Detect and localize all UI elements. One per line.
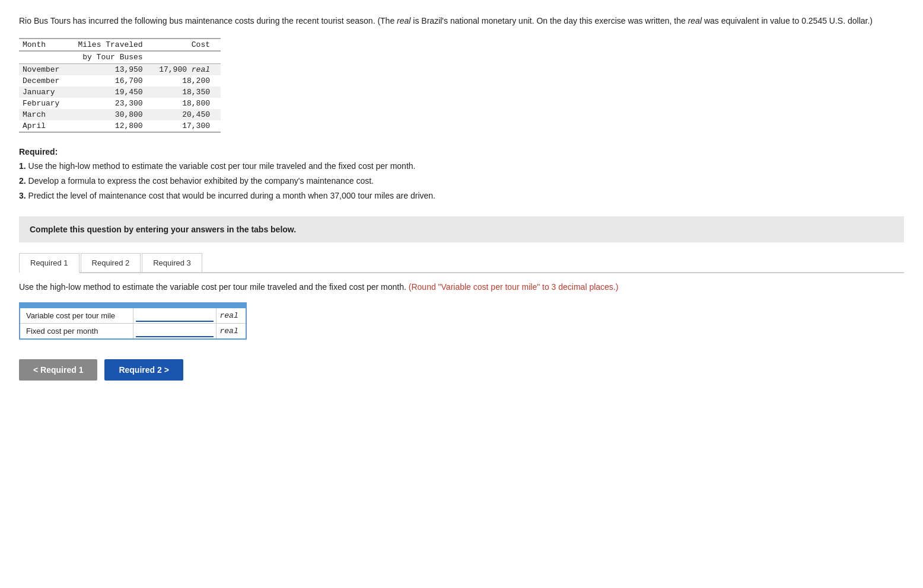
answer-unit: real [216,308,246,324]
cell-cost: 18,200 [154,75,221,87]
cell-cost: 17,300 [154,120,221,132]
cell-cost: 20,450 [154,109,221,120]
cell-miles: 13,950 [72,64,153,76]
table-row: February23,30018,800 [19,98,221,109]
complete-box: Complete this question by entering your … [19,216,904,242]
tab-req1[interactable]: Required 1 [19,253,79,273]
variable-cost-input[interactable] [136,309,214,322]
col-subheader-miles: by Tour Buses [72,51,153,64]
col-header-month: Month [19,39,72,51]
intro-real-word2: real [688,16,702,25]
data-table: Month Miles Traveled Cost by Tour Buses … [19,38,221,133]
col-subheader-month [19,51,72,64]
list-item: 1. Use the high-low method to estimate t… [19,160,904,172]
intro-real-word1: real [397,16,410,25]
tab-instruction: Use the high-low method to estimate the … [19,273,904,302]
table-row: November13,95017,900 real [19,64,221,76]
tab-req2[interactable]: Required 2 [81,253,141,272]
list-item: 3. Predict the level of maintenance cost… [19,190,904,202]
cell-month: February [19,98,72,109]
tab-instruction-highlight: (Round "Variable cost per tour mile" to … [409,282,619,292]
intro-text-before-real: Rio Bus Tours has incurred the following… [19,16,397,25]
cell-miles: 12,800 [72,120,153,132]
intro-paragraph: Rio Bus Tours has incurred the following… [19,14,904,27]
prev-button[interactable]: < Required 1 [19,359,97,381]
cell-cost: 18,350 [154,87,221,98]
answer-table-header-bar [20,303,246,308]
cell-month: December [19,75,72,87]
cell-month: November [19,64,72,76]
nav-buttons: < Required 1 Required 2 > [19,359,904,381]
tab-instruction-plain: Use the high-low method to estimate the … [19,282,409,292]
answer-input-cell[interactable] [133,308,216,324]
cell-miles: 30,800 [72,109,153,120]
col-header-miles1: Miles Traveled [72,39,153,51]
cell-cost: 18,800 [154,98,221,109]
answer-table-wrapper: Variable cost per tour milerealFixed cos… [19,302,247,340]
list-item: 2. Develop a formula to express the cost… [19,175,904,187]
col-header-cost: Cost [154,39,221,51]
tab-req3[interactable]: Required 3 [142,253,202,272]
intro-text-after-real1: is Brazil's national monetary unit. On t… [410,16,688,25]
complete-box-text: Complete this question by entering your … [30,225,296,234]
table-row: December16,70018,200 [19,75,221,87]
cell-month: January [19,87,72,98]
next-button[interactable]: Required 2 > [104,359,183,381]
fixed-cost-input[interactable] [136,325,214,337]
required-title: Required: [19,147,904,156]
answer-label: Fixed cost per month [20,323,133,338]
intro-text-after-real2: was equivalent in value to 0.2545 U.S. d… [702,16,873,25]
answer-row: Variable cost per tour milereal [20,308,246,324]
answer-table: Variable cost per tour milerealFixed cos… [20,308,246,338]
col-subheader-cost-empty [154,51,221,64]
tabs-container: Required 1Required 2Required 3 [19,253,904,273]
required-section: Required: 1. Use the high-low method to … [19,147,904,202]
cell-cost: 17,900 real [154,64,221,76]
cell-month: March [19,109,72,120]
cell-miles: 23,300 [72,98,153,109]
table-row: January19,45018,350 [19,87,221,98]
table-row: March30,80020,450 [19,109,221,120]
cell-month: April [19,120,72,132]
answer-label: Variable cost per tour mile [20,308,133,324]
answer-unit: real [216,323,246,338]
tab-content: Use the high-low method to estimate the … [19,273,904,380]
cell-miles: 16,700 [72,75,153,87]
answer-input-cell[interactable] [133,323,216,338]
table-row: April12,80017,300 [19,120,221,132]
answer-row: Fixed cost per monthreal [20,323,246,338]
cell-miles: 19,450 [72,87,153,98]
